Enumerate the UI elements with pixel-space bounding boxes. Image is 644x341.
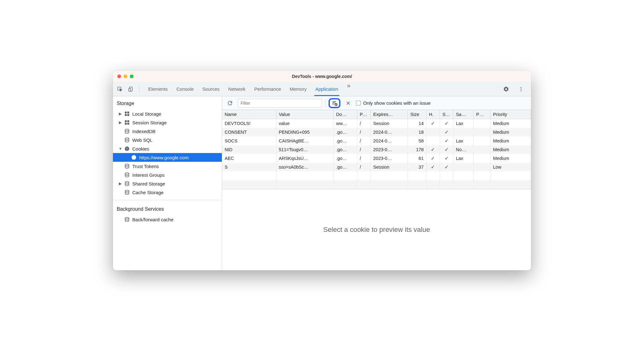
divider <box>139 85 139 93</box>
expand-arrow-icon[interactable]: ▶ <box>119 112 122 116</box>
cell-value: PENDING+095 <box>276 128 334 137</box>
cell-secure: ✓ <box>440 128 453 137</box>
table-row[interactable]: SOCSCAISHAgBE….go…/2024-0…58✓LaxMedium <box>222 137 531 145</box>
tab-application[interactable]: Application <box>315 82 338 96</box>
cell-part <box>474 163 490 171</box>
cell-domain: .go… <box>334 128 357 137</box>
table-row[interactable]: DEVTOOLS!valueww…/Session14✓✓LaxMedium <box>222 119 531 128</box>
checkbox-icon[interactable] <box>356 101 361 105</box>
bg-services-heading: Background Services <box>113 204 222 215</box>
svg-rect-6 <box>125 112 127 113</box>
svg-line-33 <box>335 103 337 105</box>
svg-rect-9 <box>127 114 129 116</box>
db-icon <box>124 217 130 222</box>
table-row[interactable]: NID511=Tsugv0….go…/2023-0…178✓✓No…Medium <box>222 145 531 154</box>
sidebar-item-trust-tokens[interactable]: Trust Tokens <box>113 162 222 170</box>
svg-point-5 <box>521 90 522 91</box>
col-p[interactable]: P… <box>357 110 371 119</box>
cell-name: AEC <box>222 154 276 163</box>
sidebar-item-interest-groups[interactable]: Interest Groups <box>113 170 222 179</box>
expand-arrow-icon[interactable]: ▶ <box>119 181 122 186</box>
col-p[interactable]: P… <box>474 110 490 119</box>
expand-arrow-icon[interactable]: ▶ <box>119 120 122 125</box>
svg-point-25 <box>125 173 129 174</box>
refresh-icon[interactable] <box>225 98 235 108</box>
col-priority[interactable]: Priority <box>490 110 531 119</box>
sidebar-item-https-www-google-com[interactable]: https://www.google.com <box>113 153 222 162</box>
sidebar-item-session-storage[interactable]: ▶ Session Storage <box>113 118 222 127</box>
cell-priority: Medium <box>490 137 531 145</box>
svg-point-22 <box>134 157 135 157</box>
table-row[interactable]: Ssso=sA0bSc….go…/Session37✓✓Low <box>222 163 531 171</box>
cell-expires: 2024-0… <box>371 137 408 145</box>
expand-arrow-icon[interactable]: ▼ <box>119 146 122 151</box>
cell-name: S <box>222 163 276 171</box>
cell-expires: Session <box>371 163 408 171</box>
cookie-preview-empty: Select a cookie to preview its value <box>222 189 531 270</box>
cell-part <box>474 145 490 154</box>
sidebar-item-cookies[interactable]: ▼ Cookies <box>113 144 222 153</box>
sidebar-item-label: Web SQL <box>132 137 153 143</box>
col-sa[interactable]: Sa… <box>453 110 474 119</box>
col-name[interactable]: Name <box>222 110 276 119</box>
cookie-icon <box>124 146 130 151</box>
tab-sources[interactable]: Sources <box>202 82 220 96</box>
cell-path: / <box>357 137 371 145</box>
col-expires[interactable]: Expires… <box>371 110 408 119</box>
tab-network[interactable]: Network <box>228 82 246 96</box>
svg-point-14 <box>125 129 129 131</box>
filter-input[interactable] <box>238 99 322 108</box>
svg-rect-13 <box>127 123 129 125</box>
inspect-element-icon[interactable] <box>115 84 125 94</box>
only-issue-checkbox[interactable]: Only show cookies with an issue <box>356 100 431 106</box>
col-value[interactable]: Value <box>276 110 334 119</box>
cell-expires: 2023-0… <box>371 145 408 154</box>
sidebar-item-shared-storage[interactable]: ▶ Shared Storage <box>113 179 222 188</box>
panel-tabs: Elements Console Sources Network Perform… <box>148 82 500 96</box>
tab-performance[interactable]: Performance <box>254 82 281 96</box>
divider <box>113 200 222 200</box>
cell-http <box>426 137 440 145</box>
col-h[interactable]: H. <box>426 110 440 119</box>
db-icon <box>124 163 130 169</box>
sidebar-item-label: Local Storage <box>132 111 161 117</box>
table-row[interactable]: AECARSKqsJsU….go…/2023-0…61✓✓LaxMedium <box>222 154 531 163</box>
sidebar-item-cache-storage[interactable]: Cache Storage <box>113 188 222 197</box>
cell-priority: Low <box>490 163 531 171</box>
cell-value: value <box>276 119 334 128</box>
cell-value: sso=sA0bSc… <box>276 163 334 171</box>
svg-rect-2 <box>129 88 131 91</box>
clear-cookies-icon[interactable] <box>329 98 340 108</box>
tab-console[interactable]: Console <box>177 82 194 96</box>
sidebar-item-back-forward-cache[interactable]: Back/forward cache <box>113 215 222 224</box>
cell-secure: ✓ <box>440 154 453 163</box>
tab-memory[interactable]: Memory <box>290 82 307 96</box>
cell-domain: .go… <box>334 163 357 171</box>
kebab-menu-icon[interactable] <box>516 84 526 94</box>
cell-size: 178 <box>408 145 426 154</box>
clear-filter-icon[interactable] <box>344 98 353 108</box>
cell-same: Lax <box>453 119 474 128</box>
sidebar-item-indexeddb[interactable]: IndexedDB <box>113 127 222 136</box>
cell-path: / <box>357 154 371 163</box>
sidebar-item-local-storage[interactable]: ▶ Local Storage <box>113 109 222 118</box>
settings-icon[interactable] <box>501 84 511 94</box>
svg-point-20 <box>132 155 136 160</box>
svg-point-21 <box>133 156 134 157</box>
cell-path: / <box>357 163 371 171</box>
more-tabs-icon[interactable]: » <box>347 82 350 96</box>
table-row[interactable]: CONSENTPENDING+095.go…/2024-0…18✓Medium <box>222 128 531 137</box>
svg-rect-10 <box>125 120 127 122</box>
col-size[interactable]: Size <box>408 110 426 119</box>
svg-rect-11 <box>127 120 129 122</box>
device-toolbar-icon[interactable] <box>126 84 136 94</box>
sidebar-item-web-sql[interactable]: Web SQL <box>113 136 222 144</box>
sidebar-item-label: Session Storage <box>132 120 167 125</box>
cell-http: ✓ <box>426 163 440 171</box>
col-do[interactable]: Do… <box>334 110 357 119</box>
col-s[interactable]: S… <box>440 110 453 119</box>
divider <box>325 99 325 107</box>
cell-priority: Medium <box>490 154 531 163</box>
tab-elements[interactable]: Elements <box>148 82 168 96</box>
cell-size: 58 <box>408 137 426 145</box>
